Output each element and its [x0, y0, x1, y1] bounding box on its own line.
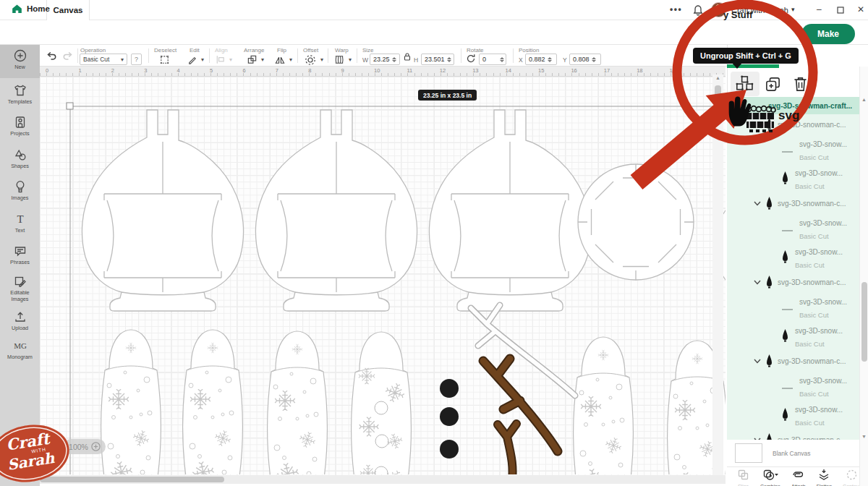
sidebar-item-upload[interactable]: Upload — [0, 310, 40, 331]
sidebar-item-images[interactable]: Images — [0, 179, 40, 201]
blank-canvas-row[interactable]: Blank Canvas — [727, 440, 859, 466]
slotted-circle[interactable] — [578, 164, 694, 280]
layer-row[interactable]: svg-3D-snow...Basic Cut — [727, 164, 859, 193]
layer-group-row[interactable]: svg-3D-snowman-c... — [727, 193, 859, 214]
sidebar-item-shapes[interactable]: Shapes — [0, 148, 40, 169]
scroll-up-icon[interactable]: ▲ — [861, 97, 867, 102]
layer-operation: Basic Cut — [799, 390, 829, 398]
deselect-label: Deselect — [154, 47, 176, 54]
size-label: Size — [362, 47, 374, 54]
operation-select[interactable]: Basic Cut ▾ — [80, 54, 127, 65]
redo-icon[interactable] — [62, 51, 74, 61]
blank-canvas-thumbnail — [735, 443, 762, 463]
make-button[interactable]: Make — [801, 24, 855, 44]
offset-label: Offset — [303, 47, 318, 54]
lantern-shape-1[interactable] — [82, 110, 243, 311]
flip-icon[interactable] — [274, 54, 286, 65]
window-minimize-button[interactable]: – — [817, 4, 822, 14]
rotate-label: Rotate — [467, 47, 484, 54]
zoom-control[interactable]: 100% — [64, 439, 106, 454]
chevron-down-icon[interactable] — [754, 278, 761, 286]
snowflake-panel-3[interactable] — [268, 331, 328, 474]
sidebar-item-projects[interactable]: Projects — [0, 115, 40, 137]
width-label: W — [362, 56, 368, 64]
rotate-icon[interactable] — [466, 54, 476, 64]
canvas-tab[interactable]: Canvas — [46, 0, 90, 20]
sidebar-item-new[interactable]: New — [0, 48, 40, 70]
edit-pencil-icon[interactable] — [187, 54, 197, 65]
chevron-down-icon[interactable]: ▾ — [201, 56, 204, 63]
chevron-down-icon[interactable]: ▾ — [320, 56, 323, 63]
height-input[interactable]: 23.501 — [421, 54, 454, 65]
chevron-down-icon[interactable] — [754, 357, 761, 365]
snowflake-panel-1[interactable] — [101, 330, 161, 474]
selection-size-badge: 23.25 in x 23.5 in — [418, 90, 477, 101]
ungroup-icon[interactable] — [735, 74, 754, 93]
svg-text:T: T — [17, 213, 23, 225]
sidebar-item-phrases[interactable]: Phrases — [0, 244, 40, 265]
layer-group-row[interactable]: svg-3D-snowman-c... — [727, 430, 859, 440]
lantern-shape-3[interactable] — [429, 110, 590, 311]
canvas-horizontal-scrollbar[interactable] — [40, 475, 726, 484]
lock-icon[interactable] — [403, 52, 412, 61]
scroll-up-icon[interactable]: ▲ — [715, 75, 720, 80]
sidebar-item-text[interactable]: TText — [0, 212, 40, 234]
chevron-down-icon[interactable]: ▾ — [349, 56, 352, 63]
y-position-input[interactable]: 0.808 — [569, 54, 601, 65]
chevron-down-icon[interactable]: ▾ — [289, 56, 292, 63]
canvas-artwork[interactable] — [40, 67, 726, 474]
combine-button[interactable]: Combine — [760, 469, 780, 486]
layer-row[interactable]: svg-3D-snow...Basic Cut — [727, 135, 859, 164]
offset-icon[interactable] — [305, 54, 316, 66]
chevron-down-icon[interactable] — [754, 200, 761, 208]
sidebar-item-templates[interactable]: Templates — [0, 83, 40, 105]
layer-row[interactable]: svg-3D-snow...Basic Cut — [727, 401, 859, 430]
width-input[interactable]: 23.25 — [370, 54, 400, 65]
layer-group-row[interactable]: svg-3D-snowman-c... — [727, 272, 859, 293]
sidebar-item-editable-images[interactable]: EditableImages — [0, 274, 40, 302]
zoom-in-icon[interactable] — [91, 442, 101, 451]
panel-scrollbar[interactable]: ▲ ▼ — [859, 67, 868, 486]
duplicate-icon[interactable] — [765, 76, 781, 93]
layer-operation: Basic Cut — [799, 153, 829, 161]
layer-row[interactable]: svg-3D-snow...Basic Cut — [727, 293, 859, 322]
window-maximize-button[interactable] — [837, 7, 844, 14]
layer-row[interactable]: svg-3D-snow...Basic Cut — [727, 322, 859, 351]
deselect-icon[interactable] — [159, 54, 170, 65]
window-close-button[interactable]: ✕ — [857, 4, 864, 14]
height-label: H — [414, 56, 418, 64]
my-stuff-link-partial[interactable]: y Stuff — [723, 9, 752, 20]
layer-operation: Basic Cut — [795, 340, 825, 348]
selection-handle[interactable] — [67, 103, 73, 109]
chevron-down-icon[interactable]: ▾ — [261, 56, 264, 63]
operation-help-button[interactable]: ? — [131, 54, 142, 65]
branch-brown-small[interactable] — [498, 424, 516, 474]
branch-white[interactable] — [471, 305, 575, 396]
undo-icon[interactable] — [46, 51, 57, 61]
delete-trash-icon[interactable] — [793, 76, 808, 93]
edit-toolbar: Operation Basic Cut ▾ ? Deselect Edit ▾ … — [40, 45, 727, 67]
canvas-vertical-scrollbar[interactable]: ▲ — [712, 74, 723, 475]
warp-icon[interactable] — [333, 54, 345, 65]
notifications-bell-icon[interactable] — [692, 4, 704, 17]
account-chevron-down-icon[interactable]: ▾ — [791, 6, 795, 13]
flatten-button[interactable]: Flatten — [817, 469, 832, 486]
layer-group-row[interactable]: svg-3D-snowman-c... — [727, 351, 859, 372]
attach-button[interactable]: Attach — [791, 469, 806, 486]
snowflake-panel-5[interactable] — [574, 337, 634, 474]
layer-row[interactable]: svg-3D-snow...Basic Cut — [727, 372, 859, 401]
sidebar-item-monogram[interactable]: MGMonogram — [0, 338, 40, 360]
home-tab[interactable]: Home — [12, 4, 50, 14]
align-label: Align — [215, 47, 228, 54]
snowman-buttons[interactable] — [440, 379, 459, 459]
layer-row[interactable]: svg-3D-snow...Basic Cut — [727, 243, 859, 272]
rotate-input[interactable]: 0 — [479, 54, 506, 65]
layer-row[interactable]: svg-3D-snow...Basic Cut — [727, 214, 859, 243]
scroll-down-icon[interactable]: ▼ — [861, 434, 867, 439]
x-position-input[interactable]: 0.882 — [525, 54, 557, 65]
more-menu-icon[interactable]: ••• — [670, 4, 682, 14]
snowflake-panel-2[interactable] — [183, 330, 243, 474]
arrange-icon[interactable] — [247, 54, 258, 65]
snowflake-panel-4[interactable] — [352, 332, 412, 474]
lantern-shape-2[interactable] — [255, 110, 417, 311]
